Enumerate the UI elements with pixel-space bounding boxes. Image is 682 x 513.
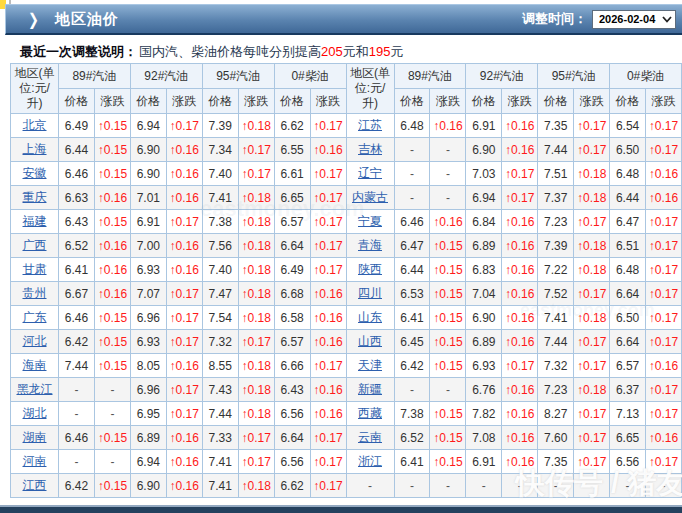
price-col-header: 价格 [466,89,502,114]
region-link[interactable]: 宁夏 [358,214,382,228]
change-cell: ↑0.16 [166,186,202,210]
region-link[interactable]: 安徽 [23,166,47,180]
change-cell: ↑0.17 [238,138,274,162]
change-cell: ↑0.18 [238,258,274,282]
price-cell: 6.41 [394,306,430,330]
notice-amount-1: 205 [321,44,343,59]
price-cell: 6.47 [394,234,430,258]
price-cell: 6.66 [274,354,310,378]
price-cell: 6.44 [59,138,95,162]
price-cell: 6.91 [466,450,502,474]
price-cell: 6.48 [610,162,646,186]
region-link[interactable]: 内蒙古 [352,190,388,204]
region-link[interactable]: 福建 [23,214,47,228]
change-cell: ↑0.17 [166,330,202,354]
change-cell: ↑0.16 [646,162,682,186]
change-cell: ↑0.18 [238,186,274,210]
region-link[interactable]: 江西 [23,478,47,492]
change-cell: ↑0.17 [574,330,610,354]
table-row: 安徽6.46↑0.156.90↑0.167.40↑0.176.61↑0.17辽宁… [11,162,682,186]
change-cell: ↑0.17 [166,114,202,138]
region-link[interactable]: 甘肃 [23,262,47,276]
region-link[interactable]: 浙江 [358,454,382,468]
price-cell: 7.03 [466,162,502,186]
change-cell: ↑0.17 [574,114,610,138]
region-link[interactable]: 云南 [358,430,382,444]
price-cell: 6.89 [466,234,502,258]
change-cell: ↑0.15 [94,474,130,498]
region-link[interactable]: 广东 [23,310,47,324]
price-cell: - [538,474,574,498]
region-link[interactable]: 贵州 [23,286,47,300]
price-cell: - [394,138,430,162]
price-cell: 7.44 [538,138,574,162]
region-cell: 吉林 [346,138,394,162]
fuel-header-89-right: 89#汽油 [394,64,466,89]
change-cell: ↑0.18 [238,474,274,498]
price-cell: 7.35 [538,450,574,474]
region-cell: 内蒙古 [346,186,394,210]
change-cell: ↑0.16 [310,282,346,306]
region-cell: 湖北 [11,402,59,426]
region-link[interactable]: 山西 [358,334,382,348]
table-row: 广西6.52↑0.167.00↑0.167.56↑0.186.64↑0.17青海… [11,234,682,258]
price-cell: 6.90 [130,162,166,186]
region-cell: 云南 [346,426,394,450]
region-link[interactable]: 湖北 [23,406,47,420]
region-link[interactable]: 海南 [23,358,47,372]
price-cell: 6.57 [610,354,646,378]
region-link[interactable]: 山东 [358,310,382,324]
region-link[interactable]: 西藏 [358,406,382,420]
change-col-header: 涨跌 [94,89,130,114]
change-cell: ↑0.16 [502,330,538,354]
price-cell: 8.27 [538,402,574,426]
region-link[interactable]: 重庆 [23,190,47,204]
change-cell: - [430,474,466,498]
change-cell: ↑0.18 [574,186,610,210]
change-cell: ↑0.16 [502,426,538,450]
price-cell: 6.58 [274,306,310,330]
change-cell: ↑0.17 [238,426,274,450]
change-cell: ↑0.18 [238,114,274,138]
change-cell: ↑0.17 [574,426,610,450]
price-cell: 7.39 [202,114,238,138]
region-link[interactable]: 辽宁 [358,166,382,180]
region-link[interactable]: 江苏 [358,118,382,132]
region-link[interactable]: 陕西 [358,262,382,276]
region-link[interactable]: 广西 [23,238,47,252]
region-cell: 甘肃 [11,258,59,282]
region-link[interactable]: 吉林 [358,142,382,156]
change-cell: ↑0.16 [502,138,538,162]
change-cell: ↑0.17 [502,162,538,186]
region-link[interactable]: 四川 [358,286,382,300]
price-cell: 6.90 [130,474,166,498]
price-cell: 8.05 [130,354,166,378]
region-link[interactable]: 上海 [23,142,47,156]
change-cell: ↑0.16 [166,450,202,474]
change-cell: ↑0.16 [166,258,202,282]
region-link[interactable]: 天津 [358,358,382,372]
region-link[interactable]: 北京 [23,118,47,132]
price-cell: 7.23 [538,210,574,234]
region-link[interactable]: 黑龙江 [17,382,53,396]
region-link[interactable]: 河南 [23,454,47,468]
change-cell: ↑0.17 [310,426,346,450]
table-row: 海南7.44↑0.158.05↑0.168.55↑0.186.66↑0.17天津… [11,354,682,378]
change-cell: ↑0.16 [646,426,682,450]
price-cell: 6.41 [59,258,95,282]
change-cell: ↑0.18 [238,282,274,306]
change-cell: ↑0.16 [646,354,682,378]
price-cell: 6.65 [274,186,310,210]
region-link[interactable]: 湖南 [23,430,47,444]
region-link[interactable]: 青海 [358,238,382,252]
region-link[interactable]: 河北 [23,334,47,348]
date-select[interactable]: 2026-02-04 [592,10,676,29]
price-cell: 6.52 [59,234,95,258]
price-cell: 6.44 [394,258,430,282]
price-col-header: 价格 [610,89,646,114]
region-cell: 广西 [11,234,59,258]
region-cell: 辽宁 [346,162,394,186]
region-link[interactable]: 新疆 [358,382,382,396]
price-cell: 6.56 [610,450,646,474]
price-cell: 6.54 [610,114,646,138]
